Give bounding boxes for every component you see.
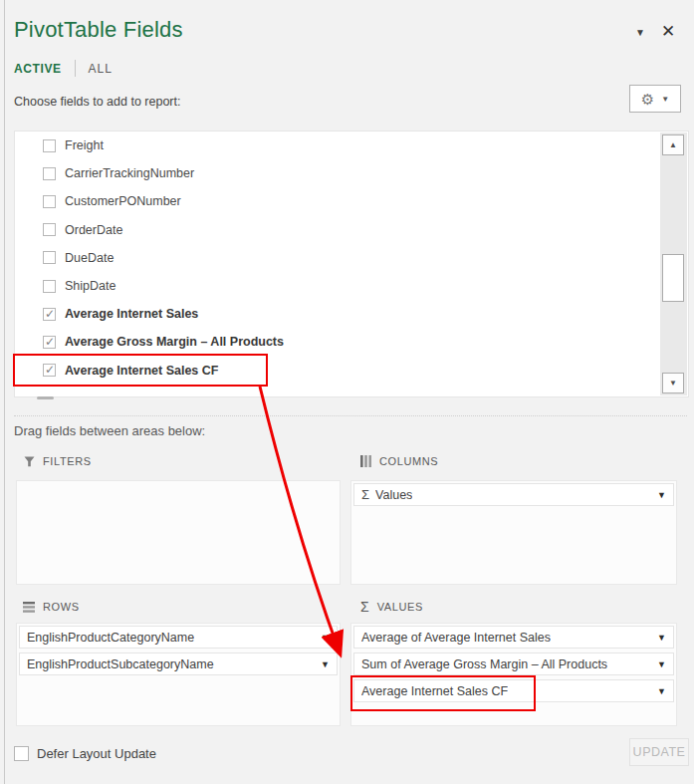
scrollbar-thumb[interactable] xyxy=(662,254,684,302)
columns-area-label-text: COLUMNS xyxy=(379,455,438,467)
field-label: ShipDate xyxy=(65,279,116,293)
value-chip-sum-of-average-gross-margin[interactable]: Sum of Average Gross Margin – All Produc… xyxy=(353,653,674,675)
chip-label: EnglishProductSubcategoryName xyxy=(27,657,214,671)
chevron-down-icon[interactable]: ▼ xyxy=(317,659,330,669)
field-row-average-gross-margin[interactable]: Average Gross Margin – All Products xyxy=(15,328,688,356)
chevron-down-icon[interactable]: ▼ xyxy=(653,490,666,500)
choose-fields-label: Choose fields to add to report: xyxy=(14,95,180,109)
sigma-icon: Σ xyxy=(360,599,369,615)
field-label: Average Gross Margin – All Products xyxy=(65,335,284,349)
tab-bar: ACTIVE ALL xyxy=(14,60,113,77)
rows-drop-area: EnglishProductCategoryName ▼ EnglishProd… xyxy=(16,623,341,726)
field-row-average-internet-sales-cf[interactable]: Average Internet Sales CF xyxy=(15,357,688,385)
page-title: PivotTable Fields xyxy=(14,17,183,43)
field-row-carriertrackingnumber[interactable]: CarrierTrackingNumber xyxy=(15,159,688,187)
chip-label: Sum of Average Gross Margin – All Produc… xyxy=(361,657,607,671)
checkbox[interactable] xyxy=(43,251,56,264)
field-row-average-internet-sales[interactable]: Average Internet Sales xyxy=(15,300,688,328)
field-label: Freight xyxy=(65,138,104,152)
scrollbar[interactable]: ▲ ▼ xyxy=(660,132,687,395)
values-area-label: Σ VALUES xyxy=(360,599,423,615)
pane-options-chevron-icon[interactable]: ▼ xyxy=(635,27,645,38)
field-label: DueDate xyxy=(65,251,114,265)
field-row-duedate[interactable]: DueDate xyxy=(15,244,688,272)
defer-layout-update-row[interactable]: Defer Layout Update xyxy=(14,746,156,761)
chevron-down-icon[interactable]: ▼ xyxy=(653,659,666,669)
columns-area-label: COLUMNS xyxy=(360,455,438,467)
update-button[interactable]: UPDATE xyxy=(629,738,689,766)
checkbox-checked-icon[interactable] xyxy=(43,336,56,349)
defer-layout-label: Defer Layout Update xyxy=(37,746,156,761)
checkbox-checked-icon[interactable] xyxy=(43,308,56,321)
scroll-down-icon: ▼ xyxy=(669,379,677,388)
scroll-down-button[interactable]: ▼ xyxy=(662,373,684,393)
field-label: Average Internet Sales xyxy=(65,307,198,321)
field-row-shipdate[interactable]: ShipDate xyxy=(15,272,688,300)
field-label: CustomerPONumber xyxy=(65,194,181,208)
filters-area-label: FILTERS xyxy=(24,455,92,467)
checkbox[interactable] xyxy=(43,139,56,152)
field-list: Freight CarrierTrackingNumber CustomerPO… xyxy=(14,131,689,397)
chevron-down-icon[interactable]: ▼ xyxy=(317,633,330,643)
section-divider xyxy=(14,415,687,416)
field-row-customerponumber[interactable]: CustomerPONumber xyxy=(15,187,688,215)
tab-all[interactable]: ALL xyxy=(89,62,113,76)
field-label: OrderDate xyxy=(65,223,122,237)
chevron-down-icon[interactable]: ▼ xyxy=(653,686,666,696)
tab-divider xyxy=(75,60,76,77)
rows-icon xyxy=(23,602,35,613)
defer-layout-checkbox[interactable] xyxy=(14,746,29,761)
tab-active[interactable]: ACTIVE xyxy=(14,62,62,76)
field-row-freight[interactable]: Freight xyxy=(15,131,688,159)
rows-area-label-text: ROWS xyxy=(43,601,80,613)
chip-label: EnglishProductCategoryName xyxy=(27,631,194,645)
checkbox[interactable] xyxy=(43,223,56,236)
column-chip-values[interactable]: Σ Values ▼ xyxy=(353,483,674,506)
filters-drop-area xyxy=(16,480,341,585)
close-icon[interactable]: ✕ xyxy=(661,21,675,42)
chevron-down-icon: ▼ xyxy=(661,95,669,104)
rows-area-label: ROWS xyxy=(23,601,80,613)
filter-funnel-icon xyxy=(24,456,35,467)
row-chip-englishproductcategoryname[interactable]: EnglishProductCategoryName ▼ xyxy=(19,626,338,649)
drag-areas-label: Drag fields between areas below: xyxy=(14,423,205,438)
columns-icon xyxy=(360,455,371,467)
columns-drop-area: Σ Values ▼ xyxy=(350,480,677,585)
sigma-icon: Σ xyxy=(361,487,369,502)
filters-area-label-text: FILTERS xyxy=(43,455,92,467)
pivottable-fields-pane: PivotTable Fields ▼ ✕ ACTIVE ALL Choose … xyxy=(0,0,694,784)
checkbox-checked-icon[interactable] xyxy=(43,364,56,377)
field-label: CarrierTrackingNumber xyxy=(65,166,194,180)
chevron-down-icon[interactable]: ▼ xyxy=(653,633,666,643)
values-drop-area: Average of Average Internet Sales ▼ Sum … xyxy=(350,623,677,726)
scroll-up-button[interactable]: ▲ xyxy=(662,134,684,155)
value-chip-average-of-average-internet-sales[interactable]: Average of Average Internet Sales ▼ xyxy=(353,626,674,649)
tools-gear-button[interactable]: ⚙ ▼ xyxy=(629,85,681,113)
checkbox[interactable] xyxy=(43,195,56,208)
gear-icon: ⚙ xyxy=(641,92,654,107)
checkbox[interactable] xyxy=(43,167,56,180)
chip-label: Values xyxy=(375,488,412,502)
scroll-up-icon: ▲ xyxy=(669,140,677,149)
list-resize-handle[interactable] xyxy=(37,396,54,399)
checkbox[interactable] xyxy=(43,280,56,293)
field-label: Average Internet Sales CF xyxy=(65,364,218,378)
chip-label: Average Internet Sales CF xyxy=(361,684,508,698)
value-chip-average-internet-sales-cf[interactable]: Average Internet Sales CF ▼ xyxy=(353,679,674,702)
values-area-label-text: VALUES xyxy=(377,601,423,613)
field-row-orderdate[interactable]: OrderDate xyxy=(15,216,688,244)
row-chip-englishproductsubcategoryname[interactable]: EnglishProductSubcategoryName ▼ xyxy=(19,653,338,675)
pane-left-border xyxy=(4,0,5,784)
chip-label: Average of Average Internet Sales xyxy=(361,631,551,645)
